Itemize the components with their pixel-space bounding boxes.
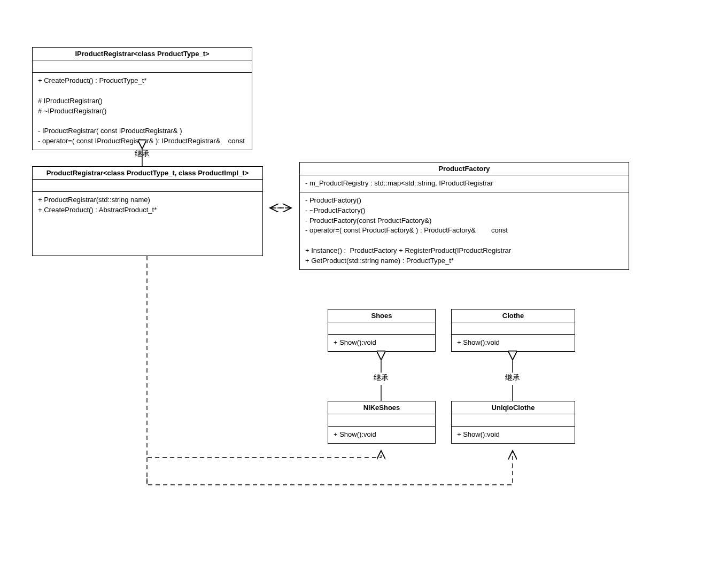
class-title: NiKeShoes xyxy=(328,401,435,414)
class-productregistrar: ProductRegistrar<class ProductType_t, cl… xyxy=(32,166,263,256)
class-title: ProductRegistrar<class ProductType_t, cl… xyxy=(33,167,262,180)
class-nikeshoes: NiKeShoes + Show():void xyxy=(328,401,436,444)
class-title: Shoes xyxy=(328,309,435,322)
class-methods: + CreateProduct() : ProductType_t* # IPr… xyxy=(33,73,252,150)
class-shoes: Shoes + Show():void xyxy=(328,309,436,352)
class-clothe: Clothe + Show():void xyxy=(451,309,575,352)
class-methods: + ProductRegistrar(std::string name) + C… xyxy=(33,192,262,219)
class-title: IProductRegistrar<class ProductType_t> xyxy=(33,48,252,60)
class-methods: - ProductFactory() - ~ProductFactory() -… xyxy=(300,192,629,269)
class-methods: + Show():void xyxy=(328,335,435,351)
class-methods: + Show():void xyxy=(328,427,435,443)
class-attrs xyxy=(328,414,435,427)
inherit-label-2: 继承 xyxy=(370,373,392,383)
class-attrs xyxy=(33,60,252,73)
class-attrs xyxy=(328,322,435,335)
class-methods: + Show():void xyxy=(452,335,575,351)
class-attrs: - m_ProductRegistry : std::map<std::stri… xyxy=(300,175,629,192)
class-title: ProductFactory xyxy=(300,162,629,175)
class-attrs xyxy=(452,414,575,427)
class-attrs xyxy=(33,180,262,192)
class-title: UniqloClothe xyxy=(452,401,575,414)
class-iproductregistrar: IProductRegistrar<class ProductType_t> +… xyxy=(32,47,252,150)
class-productfactory: ProductFactory - m_ProductRegistry : std… xyxy=(299,162,629,270)
class-uniqloclothe: UniqloClothe + Show():void xyxy=(451,401,575,444)
inherit-label-3: 继承 xyxy=(502,373,523,383)
class-title: Clothe xyxy=(452,309,575,322)
inherit-label-1: 继承 xyxy=(131,149,153,159)
class-attrs xyxy=(452,322,575,335)
class-methods: + Show():void xyxy=(452,427,575,443)
